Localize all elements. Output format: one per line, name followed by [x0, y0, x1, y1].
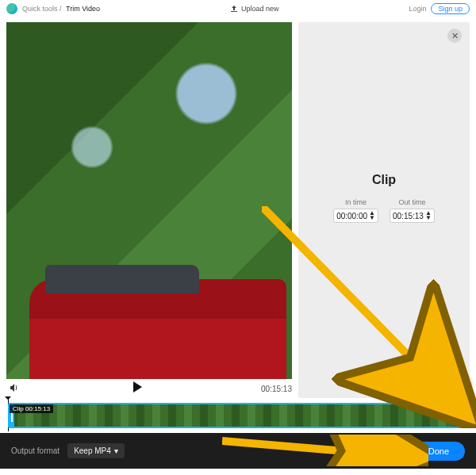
close-icon: ✕: [451, 31, 459, 41]
in-time-field: In time 00:00:00 ▲▼: [333, 198, 378, 223]
out-time-field: Out time 00:15:13 ▲▼: [390, 198, 435, 223]
in-time-label: In time: [333, 198, 378, 206]
video-duration: 00:15:13: [252, 385, 292, 393]
clip-panel-title: Clip: [372, 173, 396, 187]
output-format-label: Output format: [11, 446, 60, 455]
clip-tag: Clip 00:15:13: [10, 404, 53, 413]
main-area: 00:15:13 ✕ Clip In time 00:00:00 ▲▼ Out …: [0, 17, 476, 398]
out-time-stepper[interactable]: ▲▼: [425, 211, 432, 220]
breadcrumb-root[interactable]: Quick tools: [22, 5, 58, 13]
breadcrumb[interactable]: Quick tools / Trim Video: [22, 5, 100, 13]
footer-bar: Output format Keep MP4 ▾ Done: [0, 433, 476, 469]
loop-icon: ↻: [454, 374, 471, 392]
in-time-value: 00:00:00: [336, 212, 367, 220]
out-time-input[interactable]: 00:15:13 ▲▼: [390, 209, 435, 223]
app-header: Quick tools / Trim Video Upload new Logi…: [0, 0, 476, 17]
breadcrumb-current: Trim Video: [66, 5, 100, 13]
video-column: 00:15:13: [6, 22, 292, 398]
upload-icon: [230, 5, 238, 13]
timeline[interactable]: Clip 00:15:13: [0, 398, 476, 433]
output-format-value: Keep MP4: [74, 446, 111, 455]
in-time-input[interactable]: 00:00:00 ▲▼: [333, 209, 378, 223]
signup-button[interactable]: Sign up: [431, 3, 470, 14]
in-time-stepper[interactable]: ▲▼: [369, 211, 375, 220]
app-logo-icon: [6, 3, 17, 14]
mute-button[interactable]: [6, 383, 22, 394]
output-format-select[interactable]: Keep MP4 ▾: [67, 443, 125, 458]
volume-icon: [10, 383, 19, 393]
chevron-down-icon: ▾: [114, 446, 118, 455]
video-preview[interactable]: [6, 22, 292, 379]
play-icon: [131, 381, 144, 393]
breadcrumb-separator: /: [60, 5, 62, 13]
out-time-value: 00:15:13: [393, 212, 424, 220]
video-frame-foreground: [29, 279, 286, 379]
upload-new-button[interactable]: Upload new: [100, 5, 409, 13]
video-controls: 00:15:13: [6, 379, 292, 398]
upload-new-label: Upload new: [241, 5, 279, 13]
clip-tag-prefix: Clip: [13, 405, 24, 412]
clip-tag-value: 00:15:13: [25, 405, 50, 412]
play-button[interactable]: [22, 381, 252, 396]
clip-trim-handle-right[interactable]: [462, 404, 466, 427]
clip-time-row: In time 00:00:00 ▲▼ Out time 00:15:13 ▲▼: [333, 198, 435, 223]
done-button[interactable]: Done: [413, 442, 465, 461]
clip-panel: ✕ Clip In time 00:00:00 ▲▼ Out time 00:1…: [298, 22, 470, 398]
close-panel-button[interactable]: ✕: [447, 29, 462, 43]
out-time-label: Out time: [390, 198, 435, 206]
header-right: Login Sign up: [409, 3, 470, 14]
timeline-clip[interactable]: Clip 00:15:13: [8, 403, 468, 428]
login-link[interactable]: Login: [409, 5, 426, 13]
